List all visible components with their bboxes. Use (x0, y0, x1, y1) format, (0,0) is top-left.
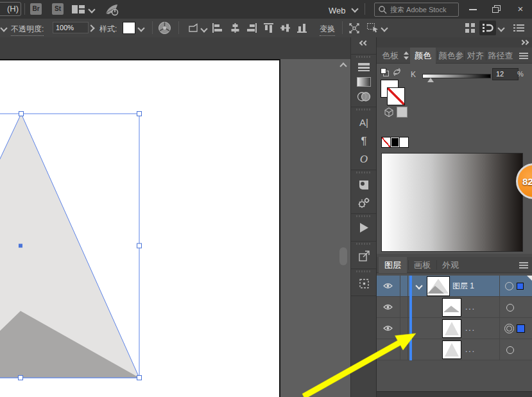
object-name[interactable]: ... (465, 297, 476, 318)
object-row-1[interactable]: ... (377, 297, 532, 318)
align-bottom-button[interactable] (296, 22, 307, 33)
shape-mode-icon[interactable] (188, 23, 199, 33)
control-bar-menu-icon[interactable] (513, 24, 524, 32)
selection-indicator[interactable] (517, 324, 525, 333)
panel-group-grip[interactable] (356, 270, 372, 272)
color-panel-menu-icon[interactable] (519, 53, 528, 54)
panel-group-grip[interactable] (356, 109, 372, 110)
tab-color-guide[interactable]: 颜色参 (438, 48, 464, 64)
style-swatch[interactable] (123, 22, 135, 34)
artwork-selection[interactable] (0, 59, 350, 397)
target-circle-outer[interactable] (504, 324, 514, 333)
gpu-performance-rocket-icon[interactable] (104, 3, 119, 16)
target-circle[interactable] (505, 282, 513, 290)
target-circle[interactable] (506, 346, 514, 354)
target-circle[interactable] (506, 304, 514, 312)
opacity-label[interactable]: 不透明度: (11, 24, 44, 36)
arrange-grid-icon[interactable] (465, 22, 476, 33)
object-name[interactable]: ... (465, 339, 476, 360)
opentype-panel-icon[interactable]: O (351, 153, 377, 166)
none-swatch[interactable] (381, 137, 391, 148)
stroke-proxy-swatch-none[interactable] (387, 87, 405, 105)
collapse-dock-icon[interactable] (524, 40, 529, 45)
align-horizontal-center-button[interactable] (230, 22, 241, 33)
transform-link[interactable]: 变换 (320, 24, 335, 36)
expand-layer-chevron-icon[interactable] (415, 282, 422, 289)
paragraph-panel-icon[interactable]: ¶ (351, 135, 377, 148)
white-swatch[interactable] (399, 137, 409, 148)
panel-group-grip[interactable] (356, 243, 372, 245)
recolor-artwork-icon[interactable] (158, 21, 171, 35)
minimize-button[interactable] (463, 0, 483, 18)
arrange-documents-chevron-icon[interactable] (497, 24, 504, 31)
swap-fill-stroke-icon[interactable] (392, 67, 402, 76)
transparency-panel-icon[interactable] (351, 91, 377, 102)
align-left-button[interactable] (212, 22, 223, 33)
workspace-select[interactable]: Web (329, 4, 346, 16)
workspace-chevron-icon[interactable] (88, 6, 95, 13)
panel-group-grip[interactable] (356, 56, 372, 58)
restore-button[interactable] (486, 0, 506, 18)
shape-mode-chevron-icon[interactable] (200, 25, 207, 32)
opacity-value-field[interactable]: 100% (53, 22, 89, 33)
select-similar-chevron-icon[interactable] (381, 24, 388, 31)
export-panel-icon[interactable] (351, 250, 377, 262)
style-chevron-icon[interactable] (137, 24, 144, 31)
object-thumbnail[interactable] (442, 340, 461, 359)
tab-artboards[interactable]: 画板 (409, 257, 435, 273)
close-button[interactable]: × (509, 0, 532, 18)
object-thumbnail[interactable] (442, 319, 461, 338)
object-thumbnail[interactable] (442, 298, 461, 317)
channel-value-field[interactable]: 12 (492, 68, 519, 80)
visibility-eye-icon[interactable] (383, 304, 393, 310)
stock-search-input[interactable]: 搜索 Adobe Stock (374, 3, 459, 17)
artboards-panel-icon[interactable] (351, 278, 377, 290)
workspace-select-chevron-icon[interactable] (351, 5, 358, 12)
align-top-button[interactable] (263, 22, 274, 33)
object-row-2[interactable]: ... (377, 318, 532, 339)
bridge-button[interactable]: Br (30, 3, 42, 15)
layer-name[interactable]: 图层 1 (452, 276, 474, 297)
selection-indicator[interactable] (517, 283, 524, 290)
align-right-button[interactable] (246, 22, 257, 33)
tab-layers[interactable]: 图层 (379, 257, 407, 273)
layer-thumbnail[interactable] (427, 276, 450, 296)
object-name[interactable]: ... (465, 318, 476, 339)
channel-label: K (411, 70, 416, 79)
vertical-scrollbar-thumb[interactable] (339, 247, 347, 265)
object-row-3[interactable]: ... (377, 339, 532, 360)
black-swatch[interactable] (390, 137, 400, 148)
visibility-eye-icon[interactable] (383, 283, 393, 289)
workspace-switcher-icon[interactable] (72, 5, 86, 13)
character-panel-icon[interactable]: A| (351, 117, 377, 128)
mini-fill-stroke-icon[interactable] (381, 68, 389, 76)
play-action-icon[interactable] (351, 222, 377, 233)
panel-group-grip[interactable] (356, 215, 372, 217)
arrange-documents-button[interactable] (479, 21, 496, 35)
visibility-eye-icon[interactable] (383, 325, 393, 331)
panel-group-grip[interactable] (356, 172, 372, 173)
tab-align[interactable]: 对齐 (465, 48, 486, 64)
3d-color-cube-icon[interactable] (384, 107, 394, 118)
align-vertical-center-button[interactable] (280, 22, 291, 33)
gradient-panel-icon[interactable] (351, 77, 377, 87)
tab-cycle-icon[interactable] (404, 51, 409, 60)
isolate-expand-icon[interactable] (348, 22, 360, 34)
stock-button[interactable]: St (52, 3, 64, 15)
layer-row-1[interactable]: 图层 1 (377, 276, 532, 297)
tab-swatches[interactable]: 色板 (378, 48, 402, 64)
tab-color[interactable]: 颜色 (410, 48, 436, 64)
tab-pathfinder[interactable]: 路径查 (487, 48, 514, 64)
k-slider-thumb[interactable] (427, 78, 434, 82)
actions-gears-icon[interactable] (351, 197, 377, 209)
symbols-panel-icon[interactable] (351, 179, 377, 191)
layers-panel-menu-icon[interactable] (519, 262, 528, 263)
stroke-panel-icon[interactable] (351, 63, 377, 72)
tab-appearance[interactable]: 外观 (438, 257, 463, 273)
opacity-stepper-icon[interactable] (87, 24, 94, 31)
prev-control-chevron-icon[interactable] (0, 24, 7, 31)
previous-color-swatch[interactable] (397, 107, 408, 118)
select-similar-icon[interactable] (366, 22, 379, 33)
expand-panels-icon[interactable] (363, 40, 368, 46)
color-spectrum-bar[interactable] (381, 153, 523, 252)
